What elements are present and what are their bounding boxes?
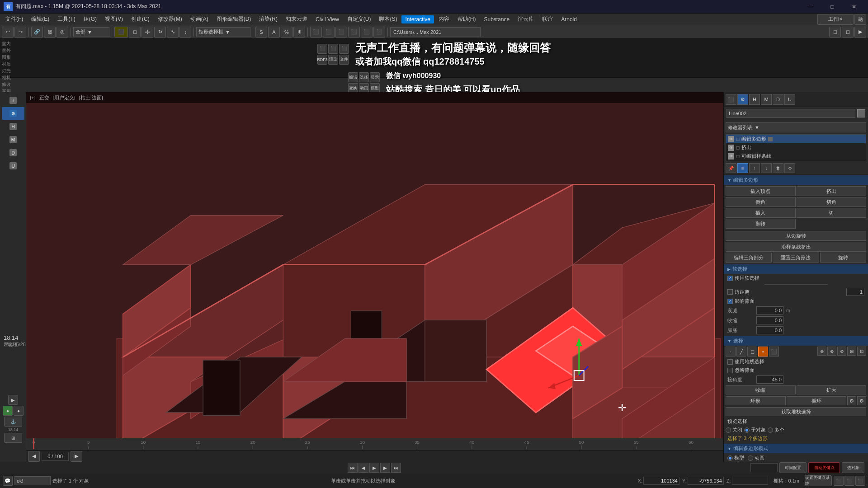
menu-file[interactable]: 文件(F) xyxy=(2,14,27,24)
snap-animate-btn[interactable]: ⚓ xyxy=(4,417,22,427)
shrink-btn[interactable]: 收缩 xyxy=(726,385,796,394)
ring-btn[interactable]: 环形 xyxy=(726,396,786,405)
menu-interactive[interactable]: Interactive xyxy=(401,15,434,23)
timeline-arrow-left[interactable]: ◀ xyxy=(28,451,40,462)
viewport-area[interactable]: ✛ X Y TOP xyxy=(26,92,787,462)
panel-up-btn[interactable]: ↑ xyxy=(749,163,760,173)
menu-animation[interactable]: 动画(A) xyxy=(187,14,212,24)
select-opt5-btn[interactable]: ⊡ xyxy=(857,347,866,356)
view-btn2[interactable]: ⬛ xyxy=(323,27,335,38)
modifier-extrude[interactable]: 👁 ◻ 挤出 xyxy=(726,143,866,152)
falloff-input[interactable] xyxy=(756,306,783,314)
sidebar-display[interactable]: D xyxy=(2,146,24,159)
view-btn6[interactable]: ⬛ xyxy=(373,27,385,38)
section-selection[interactable]: ▼ 选择 xyxy=(724,336,868,346)
flip-btn[interactable]: 翻转 xyxy=(726,219,796,229)
menu-customize[interactable]: 自定义(U) xyxy=(344,14,375,24)
close-button[interactable]: ✕ xyxy=(844,0,864,14)
sidebar-hierarchy[interactable]: H xyxy=(2,120,24,133)
loop-settings2-btn[interactable]: ⚙ xyxy=(857,396,866,405)
rp-modify-icon[interactable]: ⚙ xyxy=(737,94,748,105)
render-frame-btn[interactable]: ◻ xyxy=(842,27,854,38)
menu-create[interactable]: 创建(C) xyxy=(127,14,153,24)
model-btn[interactable]: 模型 xyxy=(370,83,380,93)
select-opt2-btn[interactable]: ⊗ xyxy=(827,347,836,356)
percent-snap-btn[interactable]: % xyxy=(281,27,292,38)
file-btn[interactable]: 文件 xyxy=(339,55,349,65)
display-btn[interactable]: 显示 xyxy=(370,72,380,82)
menu-scripting[interactable]: 脚本(S) xyxy=(375,14,401,24)
current-frame-display[interactable] xyxy=(750,463,778,472)
z-input[interactable] xyxy=(732,477,768,485)
render-setup-btn[interactable]: ◻ xyxy=(829,27,841,38)
select-poly-icon[interactable]: ▪ xyxy=(758,347,768,357)
select2-btn[interactable]: 选择 xyxy=(359,72,369,82)
insert-btn[interactable]: 插入 xyxy=(726,208,796,218)
panel-down-btn[interactable]: ↓ xyxy=(761,163,772,173)
modifier-spline-vis[interactable]: 👁 xyxy=(728,153,734,160)
select-region-btn[interactable]: ◻ xyxy=(129,27,141,38)
loop-btn[interactable]: 循环 xyxy=(787,396,847,405)
insert-vertex-btn[interactable]: 插入顶点 xyxy=(726,186,796,196)
menu-arnold[interactable]: Arnold xyxy=(557,15,580,23)
playback-play-btn[interactable]: ▶ xyxy=(369,463,379,473)
edit-btn[interactable]: 编辑 xyxy=(348,72,358,82)
rp-motion-icon[interactable]: M xyxy=(761,94,772,105)
select-move-btn[interactable]: ✛ xyxy=(142,27,153,38)
angle-threshold-input[interactable] xyxy=(756,375,783,384)
bubble-input[interactable] xyxy=(756,326,783,334)
sidebar-utilities[interactable]: U xyxy=(2,160,24,172)
section-soft-select[interactable]: ▶ 软选择 xyxy=(724,264,868,274)
retriangulate-btn[interactable]: 重置三角形法 xyxy=(773,253,819,263)
turn-btn[interactable]: 旋转 xyxy=(820,253,866,263)
select-opt1-btn[interactable]: ⊕ xyxy=(817,347,826,356)
panel-configure-btn[interactable]: ⚙ xyxy=(784,163,795,173)
reference-dropdown[interactable]: 矩形选择框 ▼ xyxy=(196,27,250,37)
status-icon1[interactable]: ⬛ xyxy=(834,476,844,486)
status-input[interactable] xyxy=(14,476,51,485)
sidebar-modify[interactable]: ⚙ xyxy=(2,107,24,120)
panel-pin-btn[interactable]: 📌 xyxy=(726,163,736,173)
sidebar-motion[interactable]: M xyxy=(2,133,24,146)
select-border-icon[interactable]: ◻ xyxy=(747,347,757,357)
radio-subobj[interactable]: 子对象 xyxy=(744,427,766,433)
animate-btn[interactable]: 动画 xyxy=(359,83,369,93)
viewport-label-user[interactable]: [用户定义] xyxy=(53,94,75,101)
expand-sidebar-btn[interactable]: ▶ xyxy=(8,395,18,405)
edit-triangle-btn[interactable]: 编辑三角剖分 xyxy=(726,253,772,263)
modifier-editable-spline[interactable]: 👁 ◻ 可编辑样条线 xyxy=(726,152,866,160)
x-input[interactable] xyxy=(643,477,679,485)
pinch-input[interactable] xyxy=(756,316,783,324)
rp-utilities-icon[interactable]: U xyxy=(784,94,795,105)
select-edge-icon[interactable]: ╱ xyxy=(736,347,746,357)
radio-model[interactable]: 模型 xyxy=(727,455,744,461)
unlink-btn[interactable]: ⛓ xyxy=(44,27,56,38)
menu-tools[interactable]: 工具(T) xyxy=(54,14,79,24)
status-icon3[interactable]: ⬛ xyxy=(855,476,865,486)
grow-btn[interactable]: 扩大 xyxy=(797,385,867,394)
rotate-btn[interactable]: ↻ xyxy=(154,27,166,38)
use-stack-checkbox[interactable] xyxy=(727,359,733,365)
grid-view-btn[interactable]: ⊞ xyxy=(4,433,22,443)
section-edit-polygon[interactable]: ▼ 编辑多边形 xyxy=(724,175,868,185)
affect-back-checkbox[interactable]: ✓ xyxy=(727,299,733,304)
viewport-label-view[interactable]: 正交 xyxy=(39,94,49,101)
view-btn1[interactable]: ⬛ xyxy=(310,27,322,38)
menu-friends[interactable]: 联谊 xyxy=(538,14,557,24)
select-link-btn[interactable]: 🔗 xyxy=(31,27,43,38)
menu-render[interactable]: 渲染(R) xyxy=(255,14,281,24)
menu-views[interactable]: 视图(V) xyxy=(101,14,127,24)
select-opt4-btn[interactable]: ⊞ xyxy=(847,347,856,356)
rp-display-icon[interactable]: D xyxy=(773,94,783,105)
scale-type-btn[interactable]: ↕ xyxy=(179,27,191,38)
undo-button[interactable]: ↩ xyxy=(2,27,14,38)
scale-btn[interactable]: ⤡ xyxy=(167,27,179,38)
rp-create-icon[interactable]: ⬛ xyxy=(726,94,736,105)
menu-cloud[interactable]: 渲云库 xyxy=(514,14,538,24)
maximize-button[interactable]: □ xyxy=(822,0,843,14)
menu-edit[interactable]: 编辑(E) xyxy=(28,14,53,24)
set-key-btn[interactable]: 选对象 xyxy=(842,462,864,473)
transform-btn[interactable]: 变换 xyxy=(348,83,358,93)
object-color-btn[interactable] xyxy=(857,109,865,117)
quick-render-btn[interactable]: ▶ xyxy=(854,27,866,38)
